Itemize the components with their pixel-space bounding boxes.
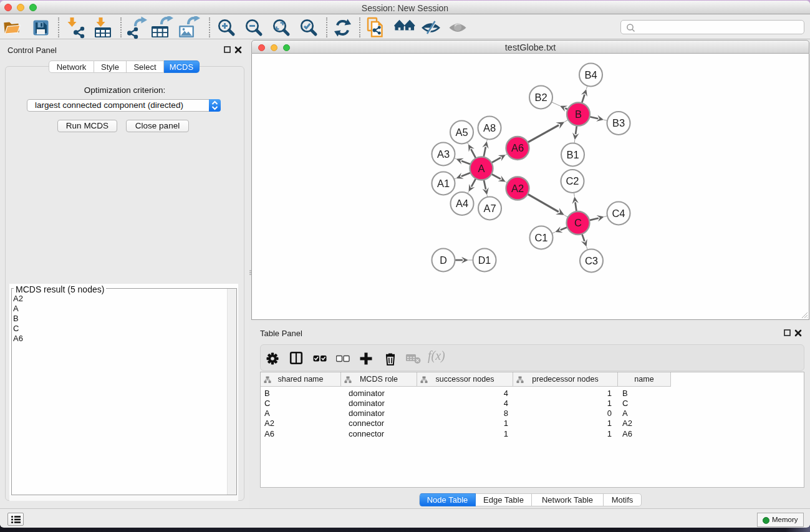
svg-text:A: A [478, 163, 485, 174]
svg-text:C2: C2 [566, 175, 579, 186]
svg-text:A8: A8 [483, 122, 496, 133]
svg-text:C3: C3 [585, 255, 598, 266]
svg-text:D1: D1 [478, 255, 491, 266]
svg-text:C: C [574, 217, 582, 228]
svg-text:B1: B1 [566, 149, 579, 160]
svg-text:C1: C1 [534, 232, 547, 243]
svg-text:B2: B2 [534, 92, 547, 103]
svg-text:C4: C4 [612, 208, 625, 219]
svg-text:D: D [440, 255, 447, 266]
svg-text:A2: A2 [511, 183, 524, 194]
svg-text:B: B [575, 109, 582, 120]
svg-text:B3: B3 [612, 117, 625, 128]
svg-text:A3: A3 [437, 148, 450, 160]
svg-text:B4: B4 [584, 69, 597, 80]
svg-text:A5: A5 [455, 127, 468, 138]
svg-text:A6: A6 [511, 142, 524, 153]
svg-text:A4: A4 [456, 198, 468, 209]
svg-text:A7: A7 [483, 203, 496, 214]
svg-text:A1: A1 [437, 178, 450, 189]
